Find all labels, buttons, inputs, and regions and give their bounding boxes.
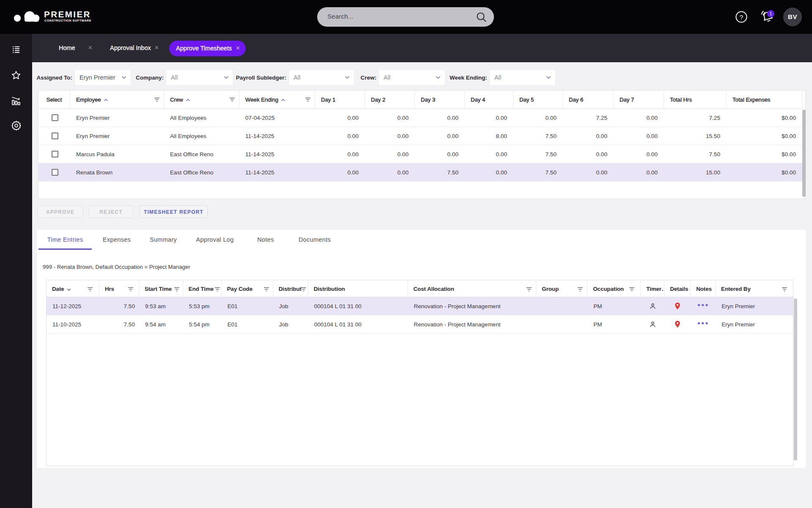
svg-text:?: ?	[740, 14, 743, 21]
